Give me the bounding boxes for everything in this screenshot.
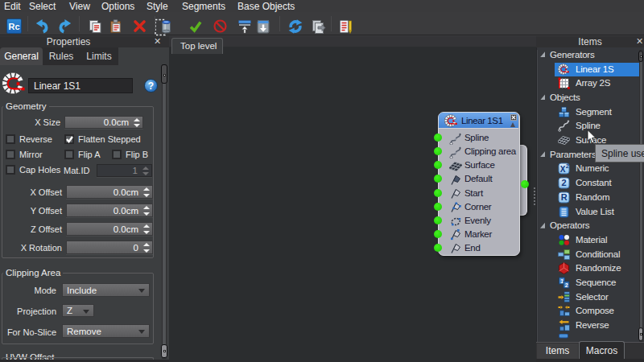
svg-text:2: 2: [565, 282, 568, 288]
svg-text:2: 2: [566, 163, 569, 169]
svg-text:2: 2: [562, 178, 567, 187]
svg-text:R: R: [561, 192, 568, 202]
